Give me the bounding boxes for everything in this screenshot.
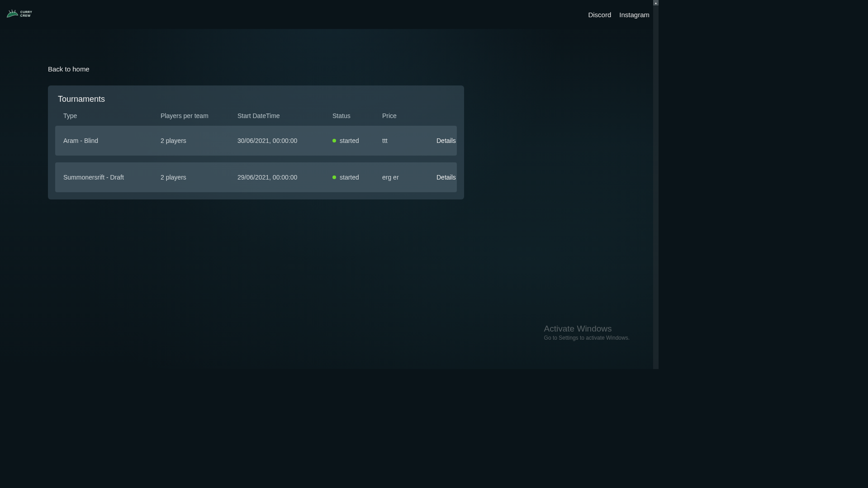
- watermark-title: Activate Windows: [544, 324, 630, 334]
- scrollbar[interactable]: ▴: [653, 0, 659, 369]
- col-header-players: Players per team: [161, 112, 237, 119]
- status-dot-icon: [332, 139, 336, 142]
- tournaments-card: Tournaments Type Players per team Start …: [48, 85, 464, 199]
- logo-icon: CURRY CREW: [5, 6, 45, 23]
- col-header-price: Price: [382, 112, 436, 119]
- nav-link-instagram[interactable]: Instagram: [619, 11, 650, 19]
- nav-link-discord[interactable]: Discord: [588, 11, 611, 19]
- cell-players: 2 players: [161, 174, 237, 181]
- svg-text:CREW: CREW: [20, 14, 31, 17]
- col-header-type: Type: [63, 112, 161, 119]
- logo[interactable]: CURRY CREW: [5, 6, 45, 23]
- nav-links: Discord Instagram: [588, 11, 654, 19]
- cell-start: 30/06/2021, 00:00:00: [237, 137, 332, 144]
- col-header-start: Start DateTime: [237, 112, 332, 119]
- cell-price: ttt: [382, 137, 436, 144]
- status-text: started: [340, 137, 359, 144]
- cell-type: Aram - Blind: [63, 137, 161, 144]
- header: CURRY CREW Discord Instagram: [0, 0, 659, 29]
- cell-type: Summonersrift - Draft: [63, 174, 161, 181]
- details-button[interactable]: Details: [436, 174, 456, 181]
- watermark-sub: Go to Settings to activate Windows.: [544, 335, 630, 341]
- scrollbar-up-icon[interactable]: ▴: [653, 0, 659, 5]
- table-header: Type Players per team Start DateTime Sta…: [55, 112, 457, 126]
- card-title: Tournaments: [55, 95, 457, 104]
- cell-status: started: [332, 137, 382, 144]
- cell-start: 29/06/2021, 00:00:00: [237, 174, 332, 181]
- content: Back to home Tournaments Type Players pe…: [0, 29, 659, 199]
- svg-text:CURRY: CURRY: [20, 10, 32, 14]
- cell-status: started: [332, 174, 382, 181]
- back-to-home-link[interactable]: Back to home: [48, 65, 90, 73]
- details-button[interactable]: Details: [436, 137, 456, 144]
- windows-watermark: Activate Windows Go to Settings to activ…: [544, 324, 630, 341]
- cell-price: erg er: [382, 174, 436, 181]
- cell-players: 2 players: [161, 137, 237, 144]
- table-row: Aram - Blind 2 players 30/06/2021, 00:00…: [55, 126, 457, 156]
- table-row: Summonersrift - Draft 2 players 29/06/20…: [55, 162, 457, 192]
- svg-point-0: [14, 14, 15, 14]
- status-dot-icon: [332, 175, 336, 179]
- col-header-status: Status: [332, 112, 382, 119]
- status-text: started: [340, 174, 359, 181]
